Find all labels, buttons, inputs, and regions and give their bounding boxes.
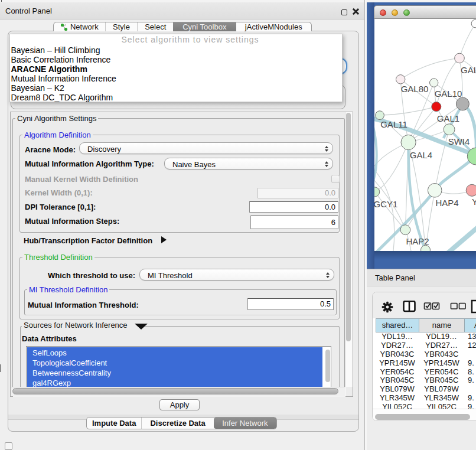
svg-text:GAL11: GAL11 xyxy=(380,119,407,129)
svg-text:GAL7: GAL7 xyxy=(461,65,476,75)
svg-text:GAL80: GAL80 xyxy=(401,84,429,94)
svg-text:GAL4: GAL4 xyxy=(410,150,432,160)
svg-text:GAL1: GAL1 xyxy=(437,113,459,123)
svg-text:GCY1: GCY1 xyxy=(374,199,397,209)
svg-text:YJ: YJ xyxy=(472,197,476,207)
svg-text:HAP2: HAP2 xyxy=(406,236,429,246)
svg-text:HAP4: HAP4 xyxy=(435,198,458,208)
svg-text:SWI4: SWI4 xyxy=(448,136,470,146)
svg-text:GAL10: GAL10 xyxy=(435,89,462,99)
